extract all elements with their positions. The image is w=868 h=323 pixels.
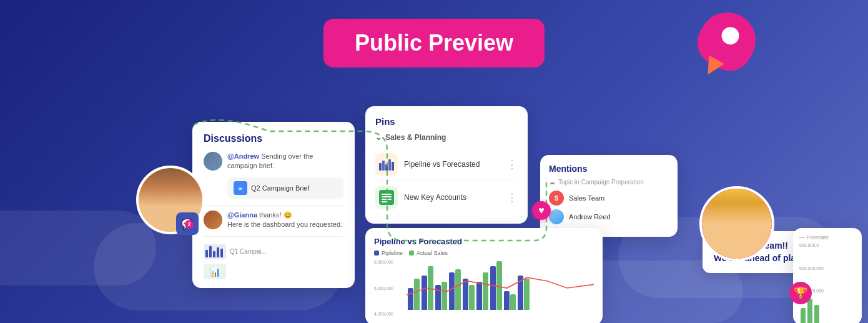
pipeline-card: Pipeline vs Forecasted Pipleline Actual … (365, 228, 603, 323)
avatar-blonde-large (699, 186, 774, 261)
trophy-icon: 🏆 (789, 282, 812, 304)
heart-icon[interactable]: ♥ (532, 201, 551, 220)
mention-gianna: @Gianna (227, 211, 257, 219)
bar-group-4 (449, 269, 461, 310)
y-label-2: 6,000,000 (374, 286, 404, 291)
pin-chart-icon (375, 153, 398, 176)
svg-rect-0 (379, 163, 382, 171)
notification-count: 2 (185, 220, 194, 229)
svg-rect-1 (382, 161, 385, 171)
rocket-decoration (699, 12, 756, 69)
mention-andrew: @Andrew (227, 152, 259, 160)
chevron-down-icon: ⌄ (375, 133, 382, 142)
pin-sheet-icon (375, 186, 398, 209)
doc-label: Q2 Campaign Brief (251, 184, 310, 192)
chart-area: 8,000,000 6,000,000 4,000,000 (374, 260, 594, 316)
discussions-title: Discussions (204, 133, 343, 144)
y-label-1: 8,000,000 (374, 260, 404, 264)
divider (204, 205, 343, 206)
right-bar-2 (807, 299, 812, 323)
pipeline-legend: Pipleline Actual Sales (374, 250, 594, 256)
document-attachment[interactable]: ≡ Q2 Campaign Brief (227, 177, 343, 199)
pin-name-2: New Key Accounts (404, 193, 500, 202)
right-y-label-1: 800,000,0 (799, 243, 856, 247)
pins-section-label: Sales & Planning (385, 133, 446, 142)
avatar-andrew (204, 152, 222, 171)
divider-2 (204, 236, 343, 237)
pins-section-header: ⌄ Sales & Planning (375, 133, 518, 142)
right-y-label-2: 600,000,000 (799, 266, 856, 271)
legend-label-actual: Actual Sales (417, 250, 448, 256)
bar-group-5 (463, 279, 475, 310)
discussions-card: Discussions @Andrew Sending over the cam… (192, 122, 355, 288)
pin-item-2[interactable]: New Key Accounts ⋮ (375, 181, 518, 214)
right-pipeline-card: — Forecast 800,000,0 600,000,000 400,000… (793, 228, 862, 323)
mentions-title: Mentions (549, 164, 669, 174)
bar-group-7 (490, 261, 502, 310)
svg-rect-2 (385, 164, 388, 171)
pins-card: Pins ⌄ Sales & Planning Pipeline vs Fore… (365, 106, 528, 224)
pin-menu-2[interactable]: ⋮ (506, 191, 518, 204)
bar-group-9 (518, 276, 530, 310)
mini-chart-label-1: Q1 Campai... (230, 248, 267, 255)
bar-group-1 (408, 279, 420, 310)
bar-group-6 (476, 272, 488, 310)
discussion-text-1: @Andrew Sending over the campaign brief. (227, 152, 343, 171)
mention-item-1[interactable]: S Sales Team (549, 191, 669, 206)
discussion-item-1: @Andrew Sending over the campaign brief. (204, 152, 343, 171)
forecast-legend-label: — Forecast (799, 234, 856, 241)
pipeline-title: Pipeline vs Forecasted (374, 237, 594, 246)
bar-group-2 (422, 266, 433, 310)
cloud-icon: ☁ (549, 179, 555, 186)
legend-dot-actual (409, 251, 414, 256)
right-bar-1 (801, 308, 806, 323)
svg-rect-9 (382, 201, 388, 202)
mention-name-1: Sales Team (569, 194, 604, 202)
discussion-item-2: @Gianna thanks! 😊Here is the dashboard y… (204, 211, 343, 230)
mention-topic: ☁ Topic in Campaign Preperation (549, 179, 669, 186)
pin-menu-1[interactable]: ⋮ (506, 157, 518, 171)
mention-avatar-reed (549, 209, 564, 224)
svg-rect-8 (382, 199, 392, 200)
pins-title: Pins (375, 116, 518, 127)
pin-name-1: Pipeline vs Forecasted (404, 160, 500, 169)
pin-item-1[interactable]: Pipeline vs Forecasted ⋮ (375, 148, 518, 181)
legend-actual: Actual Sales (409, 250, 448, 256)
legend-label-pipeline: Pipleline (382, 250, 403, 256)
legend-dot-pipeline (374, 251, 379, 256)
legend-pipeline: Pipleline (374, 250, 403, 256)
doc-icon: ≡ (234, 181, 247, 195)
mention-item-2[interactable]: Andrew Reed (549, 209, 669, 224)
mini-chart-row-2: 📊 (204, 262, 343, 282)
preview-badge-text: Public Preview (355, 30, 513, 56)
mini-chart-thumb-1 (204, 244, 226, 259)
svg-rect-3 (388, 159, 391, 171)
bar-group-3 (435, 282, 447, 310)
svg-rect-4 (392, 162, 394, 171)
mention-name-2: Andrew Reed (569, 213, 611, 221)
mini-chart-row-1: Q1 Campai... (204, 242, 343, 262)
mentions-card: Mentions ☁ Topic in Campaign Preperation… (540, 155, 678, 237)
discussion-text-2: @Gianna thanks! 😊Here is the dashboard y… (227, 211, 342, 230)
y-label-3: 4,000,000 (374, 312, 404, 316)
mention-avatar-sales: S (549, 191, 564, 206)
svg-rect-6 (382, 194, 392, 195)
svg-rect-7 (382, 196, 392, 197)
avatar-gianna (204, 211, 222, 229)
bar-group-8 (504, 291, 516, 310)
public-preview-badge: Public Preview (323, 19, 545, 67)
right-bar-3 (814, 305, 819, 323)
